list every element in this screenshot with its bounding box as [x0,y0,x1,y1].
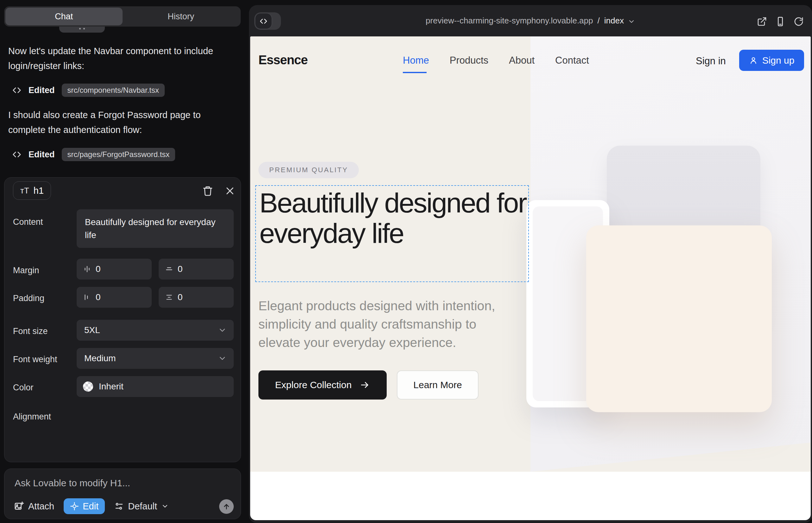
padding-vertical-icon [165,293,173,301]
font-weight-value: Medium [84,353,116,363]
model-selector[interactable]: Default [114,501,169,511]
chat-message: I should also create a Forgot Password p… [8,108,233,138]
tab-chat[interactable]: Chat [5,7,123,25]
hero-heading[interactable]: Beautifully designed for everyday life [259,188,532,249]
edited-file-row[interactable]: Edited src/pages/ForgotPassword.tsx [12,148,175,161]
url-host: preview--charming-site-symphony.lovable.… [426,16,593,26]
close-icon [225,186,235,196]
padding-vertical-input[interactable]: 0 [159,287,234,308]
url-page: index [604,16,624,26]
element-editor-panel: тT h1 Content Beautifully designed for e… [4,177,241,462]
margin-label: Margin [13,266,39,275]
open-in-new-tab-button[interactable] [757,16,767,26]
default-label: Default [128,501,157,511]
sidebar: Chat History Now let's update the Navbar… [0,0,249,523]
margin-vertical-value: 0 [178,264,183,274]
color-label: Color [13,383,34,393]
font-size-label: Font size [13,326,48,336]
site-viewport: Essence Home Products About Contact Sign… [250,36,811,520]
code-icon [12,86,21,95]
sign-up-label: Sign up [762,55,795,66]
content-value: Beautifully designed for everyday life [85,216,218,241]
font-size-select[interactable]: 5XL [77,320,234,341]
explore-collection-button[interactable]: Explore Collection [259,371,387,399]
file-path-chip[interactable]: src/pages/ForgotPassword.tsx [62,148,175,161]
lovable-app: Chat History Now let's update the Navbar… [0,0,812,523]
attach-label: Attach [28,501,54,511]
margin-vertical-icon [165,265,173,273]
chevron-down-icon [218,354,227,363]
delete-element-button[interactable] [201,184,214,197]
edit-mode-button[interactable]: Edit [64,498,105,514]
edit-label: Edit [83,501,99,511]
margin-horizontal-input[interactable]: 0 [77,259,152,279]
send-button[interactable] [219,499,234,514]
explore-collection-label: Explore Collection [275,380,352,390]
chat-message: Now let's update the Navbar component to… [8,44,233,73]
chevron-down-icon [628,18,635,25]
sign-up-button[interactable]: Sign up [739,50,804,71]
chat-history-tabs: Chat History [4,6,241,26]
trash-icon [202,185,213,196]
prompt-composer: Attach Edit Default [4,469,241,519]
image-plus-icon [14,501,24,511]
padding-label: Padding [13,293,44,303]
color-swatch [83,381,93,392]
arrow-right-icon [360,380,370,390]
site-logo[interactable]: Essence [259,53,307,67]
arrow-up-icon [222,502,231,511]
prompt-input[interactable] [14,477,223,496]
preview-browser-frame: preview--charming-site-symphony.lovable.… [249,5,812,523]
font-weight-select[interactable]: Medium [77,348,234,369]
content-field[interactable]: Beautifully designed for everyday life [77,209,234,248]
url-separator: / [598,16,600,26]
padding-horizontal-input[interactable]: 0 [77,287,152,308]
nav-link-about[interactable]: About [509,55,534,66]
site-nav: Home Products About Contact [403,55,589,66]
element-type-chip[interactable]: тT h1 [13,181,51,200]
scrolled-chip-partial [59,26,105,33]
chevron-down-icon [161,502,169,510]
close-panel-button[interactable] [224,184,236,197]
color-value: Inherit [99,381,124,392]
code-icon [12,150,21,159]
refresh-icon [794,16,804,26]
margin-horizontal-value: 0 [96,264,101,274]
attach-button[interactable]: Attach [14,501,54,511]
nav-link-contact[interactable]: Contact [555,55,589,66]
nav-link-products[interactable]: Products [450,55,488,66]
element-tag-label: h1 [34,185,44,196]
mobile-view-button[interactable] [775,16,785,26]
edited-file-row[interactable]: Edited src/components/Navbar.tsx [12,84,165,97]
edited-label: Edited [29,150,55,160]
margin-horizontal-icon [83,265,91,273]
target-icon [70,502,79,511]
edited-label: Edited [29,86,55,95]
color-select[interactable]: Inherit [77,376,234,397]
font-weight-label: Font weight [13,355,57,364]
padding-vertical-value: 0 [178,292,183,302]
sign-in-link[interactable]: Sign in [696,55,726,67]
smartphone-icon [775,16,785,26]
sliders-icon [114,502,124,511]
external-link-icon [757,16,767,26]
padding-horizontal-value: 0 [96,292,101,302]
text-size-icon: тT [20,186,29,196]
user-icon [749,56,758,65]
hero-badge: PREMIUM QUALITY [259,162,359,178]
font-size-value: 5XL [84,325,100,335]
alignment-label: Alignment [13,412,51,422]
url-bar[interactable]: preview--charming-site-symphony.lovable.… [249,5,812,36]
learn-more-button[interactable]: Learn More [397,371,478,399]
content-label: Content [13,217,43,227]
chevron-down-icon [218,326,227,335]
padding-horizontal-icon [83,293,91,301]
tab-history[interactable]: History [123,7,240,25]
hero-description: Elegant products designed with intention… [259,296,515,352]
margin-vertical-input[interactable]: 0 [159,259,234,279]
hero-card-cream [586,226,772,412]
refresh-button[interactable] [794,16,804,26]
nav-link-home[interactable]: Home [403,55,429,66]
file-path-chip[interactable]: src/components/Navbar.tsx [62,84,165,97]
